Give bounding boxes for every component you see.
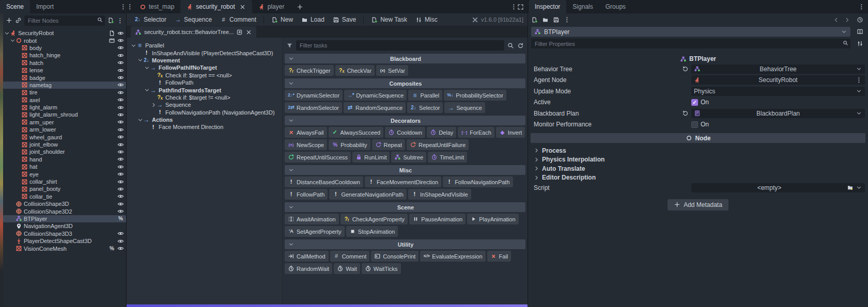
- property-group-auto-translate[interactable]: Auto Translate: [531, 164, 865, 173]
- bt-expand-toggle[interactable]: [137, 117, 143, 123]
- scene-tree-row-collar_shirt[interactable]: collar_shirt: [3, 178, 126, 185]
- property-group-process[interactable]: Process: [531, 146, 865, 155]
- revert-icon[interactable]: [682, 66, 689, 72]
- bt-tree-row[interactable]: !InShapeAndVisible (PlayerDetectShapeCas…: [130, 49, 282, 56]
- filter-tasks-input[interactable]: [296, 40, 504, 51]
- task-chip-Probability[interactable]: %Probability: [329, 139, 370, 150]
- history-icon[interactable]: [857, 17, 863, 23]
- scene-tree-row-VisionConeMesh[interactable]: VisionConeMesh%: [3, 245, 126, 252]
- bt-tree-row[interactable]: ?ₓCheck if: $target == <null>: [130, 72, 282, 79]
- scene-tree-row-hand[interactable]: hand: [3, 156, 126, 163]
- scene-tree-row-eye[interactable]: eye: [3, 170, 126, 177]
- eye-icon[interactable]: [117, 59, 124, 66]
- scene-tree-row-light_alarm_shroud[interactable]: light_alarm_shroud: [3, 111, 126, 118]
- eye-icon[interactable]: [117, 111, 124, 118]
- task-chip-FollowNavigationPath[interactable]: !FollowNavigationPath: [443, 176, 513, 187]
- task-chip-Cooldown[interactable]: Cooldown: [385, 127, 425, 138]
- task-chip-SetAgentProperty[interactable]: 'ASetAgentProperty: [285, 226, 345, 237]
- sliders-icon[interactable]: [857, 40, 863, 47]
- scene-tree-row-body[interactable]: body: [3, 44, 126, 52]
- task-chip-PauseAnimation[interactable]: PauseAnimation: [409, 214, 466, 224]
- eye-icon[interactable]: [117, 186, 124, 192]
- dots-icon[interactable]: ⋮: [120, 4, 127, 10]
- bt-tree-row[interactable]: →PathfindTowardsTarget: [130, 86, 282, 93]
- bt-toolbar-selector-button[interactable]: 2↓Selector: [131, 14, 170, 25]
- tab-import[interactable]: Import: [30, 0, 60, 13]
- inspector-node-selector[interactable]: BTPlayer: [531, 27, 850, 37]
- checkbox-checked[interactable]: ✓: [691, 99, 698, 106]
- new-page-icon[interactable]: [531, 17, 538, 23]
- eye-icon[interactable]: [117, 37, 124, 44]
- palette-section-composites[interactable]: Composites: [285, 78, 525, 88]
- script-plus-icon[interactable]: [107, 17, 114, 24]
- folder-small-icon[interactable]: [847, 184, 854, 191]
- chevron-down-icon[interactable]: [856, 88, 862, 94]
- bt-tree-row[interactable]: !Face Movement Direction: [130, 123, 282, 131]
- scene-tree-row-robot[interactable]: robot: [3, 37, 126, 44]
- task-chip-ProbabilitySelector[interactable]: %↓ProbabilitySelector: [444, 90, 506, 101]
- checkbox-unchecked[interactable]: [691, 121, 698, 128]
- bt-toolbar-misc-button[interactable]: Misc: [412, 14, 441, 25]
- scene-tree-row-CollisionShape3D[interactable]: CollisionShape3D: [3, 200, 126, 207]
- scene-tree-row-SecurityRobot[interactable]: SecurityRobot: [3, 29, 126, 37]
- eye-icon[interactable]: [117, 238, 124, 245]
- refresh-icon[interactable]: [517, 42, 524, 49]
- task-chip-RandomSequence[interactable]: ⇄RandomSequence: [344, 102, 406, 113]
- eye-icon[interactable]: [117, 193, 124, 200]
- filter-properties-input[interactable]: [531, 39, 850, 49]
- value-box[interactable]: BehaviorTree: [691, 64, 865, 74]
- bt-toolbar-new-task-button[interactable]: New Task: [367, 14, 411, 25]
- scene-tree-row-nametag[interactable]: nametag: [3, 82, 126, 89]
- eye-icon[interactable]: [117, 104, 124, 111]
- task-chip-Wait[interactable]: Wait: [334, 263, 360, 274]
- task-chip-AwaitAnimation[interactable]: AwaitAnimation: [285, 214, 339, 224]
- property-group-physics-interpolation[interactable]: Physics Interpolation: [531, 155, 865, 165]
- dock-tab-groups[interactable]: Groups: [599, 0, 632, 13]
- task-chip-Sequence[interactable]: →Sequence: [444, 102, 485, 113]
- task-chip-Parallel[interactable]: ≡Parallel: [408, 90, 442, 101]
- search-icon[interactable]: [507, 42, 514, 49]
- task-chip-StopAnimation[interactable]: StopAnimation: [346, 226, 398, 237]
- eye-icon[interactable]: [117, 67, 124, 74]
- task-chip-Fail[interactable]: ×Fail: [487, 251, 512, 262]
- scene-tree-row-CollisionShape3D3[interactable]: CollisionShape3D3: [3, 230, 126, 237]
- palette-section-utility[interactable]: Utility: [285, 239, 525, 249]
- bt-expand-toggle[interactable]: [137, 57, 143, 63]
- scene-tree-row-hatch_hinge[interactable]: hatch_hinge: [3, 52, 126, 59]
- task-chip-EvaluateExpression[interactable]: <⁄>EvaluateExpression: [420, 251, 485, 262]
- task-chip-RepeatUntilSuccess[interactable]: RepeatUntilSuccess: [285, 152, 351, 163]
- task-chip-DynamicSelector[interactable]: 2↓*DynamicSelector: [285, 90, 343, 101]
- task-chip-SetVar[interactable]: (x)SetVar: [376, 65, 408, 76]
- scene-tree-row-collar_tie[interactable]: collar_tie: [3, 193, 126, 200]
- eye-icon[interactable]: [117, 82, 124, 88]
- task-chip-CallMethod[interactable]: CallMethod: [285, 251, 329, 262]
- scene-tree-row-arm_lower[interactable]: arm_lower: [3, 126, 126, 133]
- task-chip-RepeatUntilFailure[interactable]: RepeatUntilFailure: [407, 139, 469, 150]
- filter-nodes-input[interactable]: [24, 15, 105, 26]
- dock-tab-signals[interactable]: Signals: [566, 0, 599, 13]
- bt-toolbar-load-button[interactable]: Load: [298, 14, 328, 25]
- bt-tree-row[interactable]: →FollowPathIfNoTarget: [130, 64, 282, 71]
- bt-expand-toggle[interactable]: [144, 87, 150, 93]
- chevron-down-icon[interactable]: [856, 184, 862, 191]
- task-chip-FollowPath[interactable]: !FollowPath: [285, 189, 328, 200]
- docs-icon[interactable]: [857, 28, 863, 35]
- eye-icon[interactable]: [117, 119, 124, 125]
- scene-tree-row-tire[interactable]: tire: [3, 89, 126, 96]
- value-box[interactable]: SecurityRobot⋮: [691, 75, 865, 85]
- scene-tab-player[interactable]: player: [252, 0, 291, 13]
- bt-tree-row[interactable]: 2↓Movement: [130, 57, 282, 64]
- dots-icon[interactable]: ⋮: [858, 4, 865, 10]
- close-icon[interactable]: [245, 29, 252, 36]
- eye-icon[interactable]: [117, 52, 124, 59]
- node-section-header[interactable]: Node: [531, 133, 865, 143]
- extract-icon[interactable]: [236, 29, 243, 36]
- script-value-box[interactable]: <empty>: [691, 183, 865, 192]
- eye-icon[interactable]: [117, 44, 124, 51]
- eye-icon[interactable]: [117, 179, 124, 185]
- value-box[interactable]: Physics: [691, 87, 865, 96]
- chevron-down-icon[interactable]: [856, 110, 862, 117]
- task-chip-WaitTicks[interactable]: WaitTicks: [362, 263, 401, 274]
- task-chip-Subtree[interactable]: Subtree: [391, 152, 426, 163]
- scene-tree-row-axel[interactable]: axel: [3, 96, 126, 104]
